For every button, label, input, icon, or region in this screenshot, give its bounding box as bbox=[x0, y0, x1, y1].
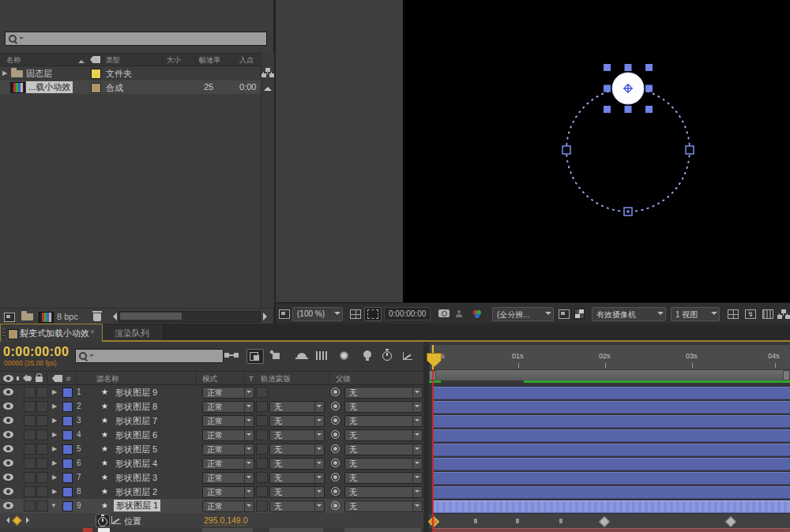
composition-name[interactable]: ...载小动效 bbox=[26, 81, 73, 93]
always-preview-icon[interactable] bbox=[279, 309, 290, 319]
layer-color-swatch[interactable] bbox=[62, 473, 73, 483]
solo-cell[interactable] bbox=[36, 444, 48, 455]
expand-arrow-icon[interactable] bbox=[52, 488, 57, 495]
tab-close-icon[interactable]: × bbox=[90, 328, 95, 336]
t-switch-cell[interactable] bbox=[256, 458, 268, 469]
keyframe-toggle-icon[interactable] bbox=[12, 515, 22, 526]
prev-keyframe-icon[interactable] bbox=[3, 517, 9, 523]
sort-ascending-icon[interactable] bbox=[78, 57, 85, 63]
layer-row-6[interactable]: 6 形状图层 4 正常 无 无 bbox=[0, 456, 423, 471]
parent-select[interactable]: 无 bbox=[344, 387, 423, 399]
lock-icon[interactable] bbox=[36, 377, 43, 382]
tag-icon[interactable] bbox=[90, 56, 100, 63]
parent-select[interactable]: 无 bbox=[344, 458, 423, 470]
safe-margins-icon[interactable] bbox=[350, 309, 361, 319]
keyframe[interactable] bbox=[559, 519, 562, 523]
t-switch-cell[interactable] bbox=[256, 444, 268, 455]
audio-cell[interactable] bbox=[24, 444, 36, 455]
blend-mode-select[interactable]: 正常 bbox=[202, 429, 254, 441]
track-matte-select[interactable]: 无 bbox=[269, 429, 325, 441]
fast-previews-icon[interactable] bbox=[762, 309, 773, 319]
solo-cell[interactable] bbox=[36, 486, 48, 497]
layer-name[interactable]: 形状图层 3 bbox=[115, 472, 157, 484]
layer-bar-8[interactable] bbox=[433, 486, 790, 499]
keyframe[interactable] bbox=[599, 516, 610, 527]
blend-mode-select[interactable]: 正常 bbox=[202, 415, 254, 427]
layer-color-swatch[interactable] bbox=[62, 487, 73, 497]
camera-select[interactable]: 有效摄像机 bbox=[592, 307, 666, 321]
property-row-position[interactable]: 位置 295.0,149.0 bbox=[0, 513, 423, 528]
path-vertex-right[interactable] bbox=[686, 146, 694, 154]
expand-arrow-icon[interactable] bbox=[52, 474, 57, 481]
blend-mode-select[interactable]: 正常 bbox=[202, 387, 254, 399]
bit-depth-label[interactable]: 8 bpc bbox=[57, 312, 78, 321]
track-matte-select[interactable]: 无 bbox=[269, 500, 325, 512]
blend-mode-select[interactable]: 正常 bbox=[202, 458, 254, 470]
layer-name[interactable]: 形状图层 9 bbox=[115, 387, 157, 399]
parent-select[interactable]: 无 bbox=[344, 429, 423, 441]
trash-icon[interactable] bbox=[93, 313, 101, 321]
layer-bar-6[interactable] bbox=[433, 458, 790, 470]
path-vertex-left[interactable] bbox=[562, 146, 570, 154]
property-value[interactable]: 295.0,149.0 bbox=[204, 515, 247, 526]
snapshot-camera-icon[interactable] bbox=[438, 309, 450, 317]
layer-row-5[interactable]: 5 形状图层 5 正常 无 无 bbox=[0, 442, 423, 457]
layer-bar-5[interactable] bbox=[433, 444, 790, 456]
eye-icon[interactable] bbox=[3, 388, 13, 395]
parent-pickwhip-icon[interactable] bbox=[331, 416, 340, 425]
motion-blur-icon[interactable] bbox=[337, 349, 353, 362]
expression-graph-icon[interactable] bbox=[111, 516, 121, 524]
resolution-select[interactable]: (全分辨... bbox=[492, 307, 554, 321]
audio-cell[interactable] bbox=[24, 387, 36, 398]
solo-cell[interactable] bbox=[36, 401, 48, 412]
layer-bar-4[interactable] bbox=[433, 429, 790, 442]
tag-icon[interactable] bbox=[52, 375, 62, 382]
show-channels-icon[interactable] bbox=[473, 310, 478, 315]
layer-name[interactable]: 形状图层 7 bbox=[115, 415, 157, 427]
expand-arrow-icon[interactable] bbox=[52, 417, 57, 424]
solo-cell[interactable] bbox=[36, 387, 48, 398]
time-ruler[interactable]: 0s 01s 02s 03s 04s bbox=[429, 345, 790, 369]
work-area-bar[interactable] bbox=[429, 369, 790, 381]
solo-cell[interactable] bbox=[36, 415, 48, 426]
track-matte-select[interactable]: 无 bbox=[269, 486, 325, 498]
audio-cell[interactable] bbox=[24, 458, 36, 469]
parent-pickwhip-icon[interactable] bbox=[331, 444, 340, 453]
scroll-left-icon[interactable] bbox=[109, 313, 117, 320]
expand-arrow-icon[interactable] bbox=[52, 445, 57, 452]
expand-arrow-icon[interactable] bbox=[52, 403, 57, 410]
eye-icon[interactable] bbox=[3, 431, 13, 438]
t-switch-cell[interactable] bbox=[256, 429, 268, 440]
layer-row-4[interactable]: 4 形状图层 6 正常 无 无 bbox=[0, 428, 423, 443]
parent-pickwhip-icon[interactable] bbox=[331, 487, 340, 496]
view-layout-select[interactable]: 1 视图 bbox=[671, 307, 720, 321]
parent-pickwhip-icon[interactable] bbox=[331, 501, 340, 510]
show-snapshot-icon[interactable] bbox=[456, 314, 462, 317]
parent-select[interactable]: 无 bbox=[344, 401, 423, 413]
expand-arrow-icon[interactable] bbox=[52, 431, 57, 438]
graph-editor-icon[interactable] bbox=[401, 349, 416, 362]
layer-color-swatch[interactable] bbox=[62, 459, 73, 469]
solo-icon[interactable] bbox=[26, 376, 32, 381]
transparency-grid-icon[interactable] bbox=[574, 309, 585, 319]
keyframe[interactable] bbox=[725, 516, 736, 527]
eye-icon[interactable] bbox=[3, 417, 13, 424]
parent-select[interactable]: 无 bbox=[344, 444, 423, 455]
stopwatch-button[interactable] bbox=[96, 514, 110, 527]
eye-icon[interactable] bbox=[3, 459, 13, 466]
parent-pickwhip-icon[interactable] bbox=[331, 402, 340, 410]
layer-bar-1[interactable] bbox=[433, 387, 790, 399]
eye-icon[interactable] bbox=[3, 502, 13, 509]
layer-bar-9-selected[interactable] bbox=[433, 500, 790, 513]
eye-icon[interactable] bbox=[3, 375, 13, 382]
parent-select[interactable]: 无 bbox=[344, 486, 423, 498]
live-update-icon[interactable] bbox=[269, 349, 284, 362]
layer-color-swatch[interactable] bbox=[62, 402, 73, 412]
col-track-matte[interactable]: 轨道蒙版 bbox=[261, 374, 291, 384]
solo-cell[interactable] bbox=[36, 500, 48, 511]
eye-icon[interactable] bbox=[3, 474, 13, 481]
layer-color-swatch[interactable] bbox=[62, 430, 73, 440]
layer-bar-3[interactable] bbox=[433, 415, 790, 428]
audio-cell[interactable] bbox=[24, 500, 36, 511]
layer-name[interactable]: 形状图层 5 bbox=[115, 444, 157, 455]
